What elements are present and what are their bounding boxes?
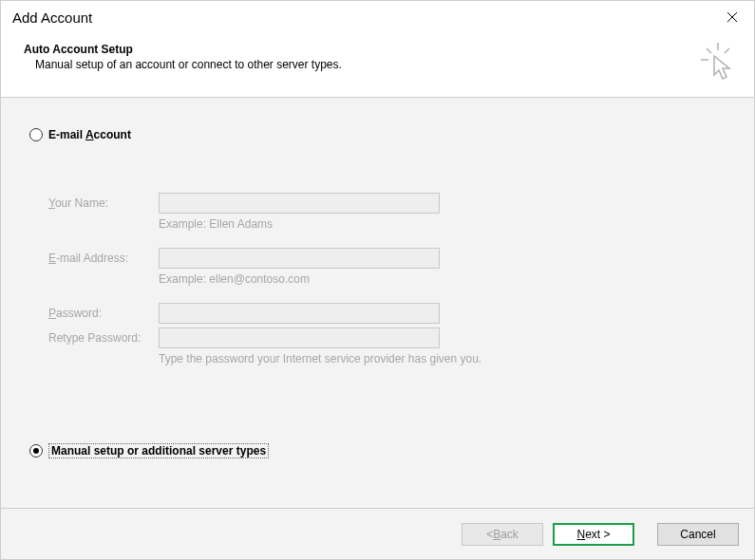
titlebar: Add Account	[1, 1, 754, 33]
your-name-row: Your Name:	[48, 193, 735, 214]
password-row: Password:	[48, 303, 735, 324]
radio-manual-setup[interactable]: Manual setup or additional server types	[29, 443, 735, 458]
email-address-hint: Example: ellen@contoso.com	[159, 272, 735, 286]
password-input	[159, 303, 440, 324]
wizard-header-text: Auto Account Setup Manual setup of an ac…	[24, 43, 342, 71]
email-form: Your Name: Example: Ellen Adams E-mail A…	[48, 193, 735, 365]
email-address-input	[159, 248, 440, 269]
your-name-label: Your Name:	[48, 196, 159, 210]
retype-password-input	[159, 327, 440, 348]
cursor-icon	[701, 43, 735, 84]
close-icon	[727, 11, 738, 23]
wizard-header: Auto Account Setup Manual setup of an ac…	[1, 33, 754, 97]
next-button[interactable]: Next >	[553, 523, 634, 546]
email-address-label: E-mail Address:	[48, 252, 159, 265]
retype-password-row: Retype Password:	[48, 327, 735, 348]
svg-line-4	[725, 48, 729, 53]
radio-manual-label: Manual setup or additional server types	[48, 443, 269, 458]
back-button: < Back	[462, 523, 543, 546]
radio-icon	[29, 128, 43, 141]
wizard-body: E-mail Account Your Name: Example: Ellen…	[1, 98, 754, 508]
retype-password-label: Retype Password:	[48, 331, 159, 345]
close-button[interactable]	[718, 3, 746, 31]
email-address-row: E-mail Address:	[48, 248, 735, 269]
password-label: Password:	[48, 307, 159, 320]
svg-line-3	[707, 48, 711, 53]
wizard-footer: < Back Next > Cancel	[1, 508, 754, 559]
window-title: Add Account	[12, 9, 92, 26]
cancel-button[interactable]: Cancel	[657, 523, 739, 546]
add-account-dialog: Add Account Auto Account Setup Manual se…	[0, 0, 755, 560]
your-name-input	[159, 193, 440, 214]
password-hint: Type the password your Internet service …	[159, 352, 735, 365]
radio-email-account[interactable]: E-mail Account	[29, 128, 735, 141]
wizard-subtext: Manual setup of an account or connect to…	[35, 58, 342, 71]
radio-email-label: E-mail Account	[48, 128, 131, 141]
your-name-hint: Example: Ellen Adams	[159, 217, 735, 231]
radio-icon-selected	[29, 444, 43, 457]
wizard-heading: Auto Account Setup	[24, 43, 342, 56]
